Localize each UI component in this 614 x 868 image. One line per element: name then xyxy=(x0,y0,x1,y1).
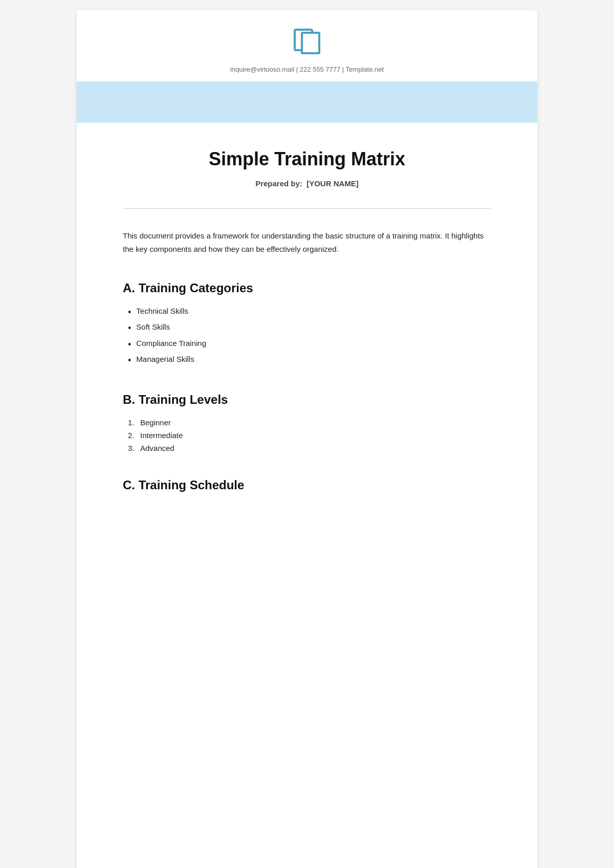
list-item: Managerial Skills xyxy=(128,355,491,366)
logo xyxy=(292,26,322,58)
list-item: Technical Skills xyxy=(128,307,491,318)
list-item: Compliance Training xyxy=(128,339,491,351)
section-a-title: A. Training Categories xyxy=(123,281,491,295)
section-training-levels: B. Training Levels 1.Beginner 2.Intermed… xyxy=(123,393,491,452)
section-training-categories: A. Training Categories Technical Skills … xyxy=(123,281,491,367)
list-item: Soft Skills xyxy=(128,322,491,334)
section-c-title: C. Training Schedule xyxy=(123,478,491,492)
prepared-by: Prepared by: [YOUR NAME] xyxy=(123,179,491,188)
prepared-by-name: [YOUR NAME] xyxy=(306,179,359,188)
divider xyxy=(123,208,491,209)
list-item: 1.Beginner xyxy=(128,418,491,427)
list-item: 3.Advanced xyxy=(128,444,491,452)
prepared-by-label: Prepared by: xyxy=(255,179,302,188)
categories-list: Technical Skills Soft Skills Compliance … xyxy=(123,307,491,367)
contact-info: inquire@virtooso.mail | 222 555 7777 | T… xyxy=(230,66,384,73)
intro-text: This document provides a framework for u… xyxy=(123,229,491,255)
blue-banner xyxy=(77,82,537,123)
page: inquire@virtooso.mail | 222 555 7777 | T… xyxy=(77,10,537,868)
levels-list: 1.Beginner 2.Intermediate 3.Advanced xyxy=(123,418,491,452)
header: inquire@virtooso.mail | 222 555 7777 | T… xyxy=(77,10,537,82)
svg-rect-1 xyxy=(302,33,319,53)
list-item: 2.Intermediate xyxy=(128,431,491,440)
section-b-title: B. Training Levels xyxy=(123,393,491,407)
main-content: Simple Training Matrix Prepared by: [YOU… xyxy=(77,123,537,544)
section-training-schedule: C. Training Schedule xyxy=(123,478,491,492)
document-title: Simple Training Matrix xyxy=(123,148,491,170)
